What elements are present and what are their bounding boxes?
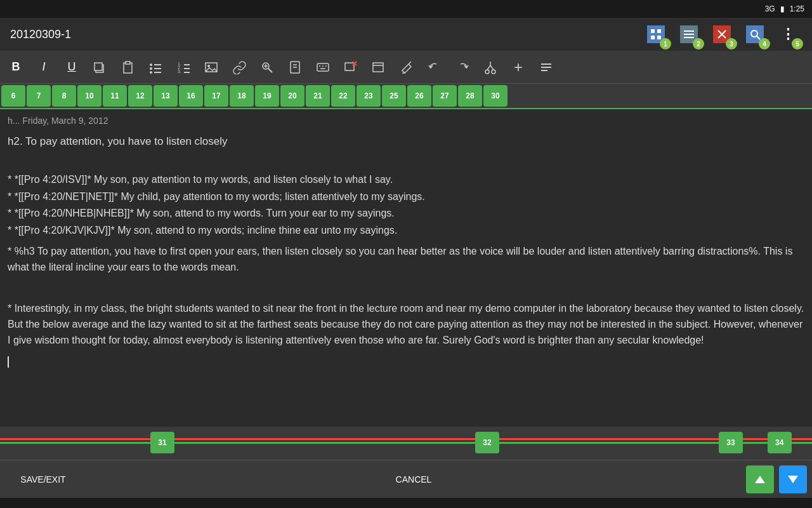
overflow-button[interactable]: ⋮ <box>690 500 728 508</box>
badge-8[interactable]: 8 <box>52 85 76 107</box>
document-title: 20120309-1 <box>10 28 71 41</box>
badge-22[interactable]: 22 <box>331 85 355 107</box>
image-icon <box>204 60 218 74</box>
svg-rect-0 <box>651 29 655 33</box>
battery-indicator: ▮ <box>780 4 785 13</box>
undo-button[interactable] <box>421 54 448 81</box>
bookmark-button[interactable] <box>282 54 308 81</box>
signal-indicator: 3G <box>765 4 775 13</box>
svg-rect-5 <box>684 34 694 35</box>
tag-button[interactable] <box>365 54 392 81</box>
title-actions: 1 2 3 <box>642 20 802 48</box>
copy-button[interactable] <box>86 54 113 81</box>
badge-6[interactable]: 6 <box>1 85 25 107</box>
redo-button[interactable] <box>449 54 476 81</box>
slider-handle-33[interactable]: 33 <box>719 432 743 453</box>
slider-handle-31[interactable]: 31 <box>150 432 174 453</box>
scroll-down-button[interactable] <box>779 465 807 493</box>
up-arrow-icon <box>752 472 768 487</box>
svg-rect-6 <box>684 37 694 38</box>
badge-11[interactable]: 11 <box>103 85 127 107</box>
badge-16[interactable]: 16 <box>179 85 203 107</box>
svg-point-9 <box>751 30 757 37</box>
add-button[interactable]: + <box>505 54 532 81</box>
content-area[interactable]: h... Friday, March 9, 2012 h2. To pay at… <box>0 109 812 427</box>
underline-button[interactable]: U <box>58 54 85 81</box>
save-exit-button[interactable]: SAVE/EXIT <box>5 474 81 485</box>
badge-28[interactable]: 28 <box>458 85 482 107</box>
badge-13[interactable]: 13 <box>154 85 178 107</box>
paste-button[interactable] <box>114 54 141 81</box>
svg-line-10 <box>757 36 760 39</box>
svg-rect-41 <box>345 63 354 70</box>
slider-bar: 31 32 33 34 <box>0 427 812 460</box>
badge-27[interactable]: 27 <box>433 85 457 107</box>
svg-line-51 <box>490 65 494 70</box>
slider-green-line <box>0 442 812 444</box>
grid-icon <box>650 28 662 41</box>
badge-25[interactable]: 25 <box>382 85 406 107</box>
toolbar: B I U 1. 2. 3. <box>0 51 812 84</box>
badge-30[interactable]: 30 <box>483 85 508 107</box>
badge-3: 3 <box>726 38 737 50</box>
title-icon-search[interactable]: 4 <box>741 20 769 48</box>
cut-button[interactable] <box>477 54 504 81</box>
italic-button[interactable]: I <box>30 54 57 81</box>
cut-icon <box>483 60 497 74</box>
status-bar: 3G ▮ 1:25 <box>0 0 812 18</box>
badge-5: 5 <box>792 38 803 50</box>
cancel-button[interactable]: CANCEL <box>376 474 452 485</box>
link-button[interactable] <box>226 54 252 81</box>
svg-point-17 <box>150 71 152 74</box>
slider-handle-32[interactable]: 32 <box>475 432 499 453</box>
title-icon-grid[interactable]: 1 <box>642 20 670 48</box>
title-icon-delete[interactable]: 3 <box>708 20 736 48</box>
format-button[interactable] <box>533 54 560 81</box>
badge-row: 6 7 8 10 11 12 13 16 17 18 19 20 21 22 2… <box>0 84 812 109</box>
home-button[interactable]: ○ <box>287 501 320 509</box>
badge-23[interactable]: 23 <box>357 85 381 107</box>
bold-button[interactable]: B <box>3 54 29 81</box>
image-button[interactable] <box>198 54 225 81</box>
undo-icon <box>428 60 442 74</box>
verse-4: * *[[Pro 4:20/KJV|KJV]]* My son, attend … <box>8 223 804 239</box>
zoom-button[interactable] <box>254 54 280 81</box>
verse-1: * *[[Pro 4:20/ISV]]* My son, pay attenti… <box>8 172 804 188</box>
badge-10[interactable]: 10 <box>77 85 102 107</box>
title-bar: 20120309-1 1 2 <box>0 18 812 51</box>
badge-21[interactable]: 21 <box>306 85 330 107</box>
badge-12[interactable]: 12 <box>128 85 152 107</box>
svg-rect-44 <box>373 63 383 72</box>
svg-point-28 <box>207 65 210 67</box>
badge-18[interactable]: 18 <box>230 85 254 107</box>
badge-26[interactable]: 26 <box>407 85 431 107</box>
title-icon-menu[interactable]: 2 <box>675 20 703 48</box>
svg-point-15 <box>150 64 152 66</box>
verse-3: * *[[Pro 4:20/NHEB|NHEB]]* My son, atten… <box>8 206 804 222</box>
system-nav-bar: ◁ ○ □ ⋮ <box>0 498 812 508</box>
badge-20[interactable]: 20 <box>280 85 304 107</box>
badge-19[interactable]: 19 <box>255 85 279 107</box>
badge-17[interactable]: 17 <box>204 85 228 107</box>
slider-handle-34[interactable]: 34 <box>768 432 792 453</box>
copy-icon <box>93 60 107 74</box>
recent-button[interactable]: □ <box>488 501 521 509</box>
cancel-label: CANCEL <box>396 474 432 485</box>
list-ul-button[interactable] <box>142 54 169 81</box>
text-cursor <box>8 356 9 368</box>
verse-2: * *[[Pro 4:20/NET|NET]]* My child, pay a… <box>8 189 804 205</box>
edit-button[interactable] <box>393 54 420 81</box>
link-icon <box>232 60 246 74</box>
title-icon-overflow[interactable]: ⋮ 5 <box>774 20 802 48</box>
back-button[interactable]: ◁ <box>84 500 119 508</box>
delete-image-button[interactable] <box>337 54 364 81</box>
zoom-icon <box>260 60 274 74</box>
svg-point-48 <box>485 70 489 74</box>
keyboard-button[interactable] <box>310 54 336 81</box>
scroll-up-button[interactable] <box>746 465 774 493</box>
badge-7[interactable]: 7 <box>27 85 51 107</box>
svg-line-30 <box>268 69 272 72</box>
svg-rect-14 <box>126 62 130 64</box>
slider-red-line <box>0 438 812 440</box>
list-ol-button[interactable]: 1. 2. 3. <box>170 54 197 81</box>
